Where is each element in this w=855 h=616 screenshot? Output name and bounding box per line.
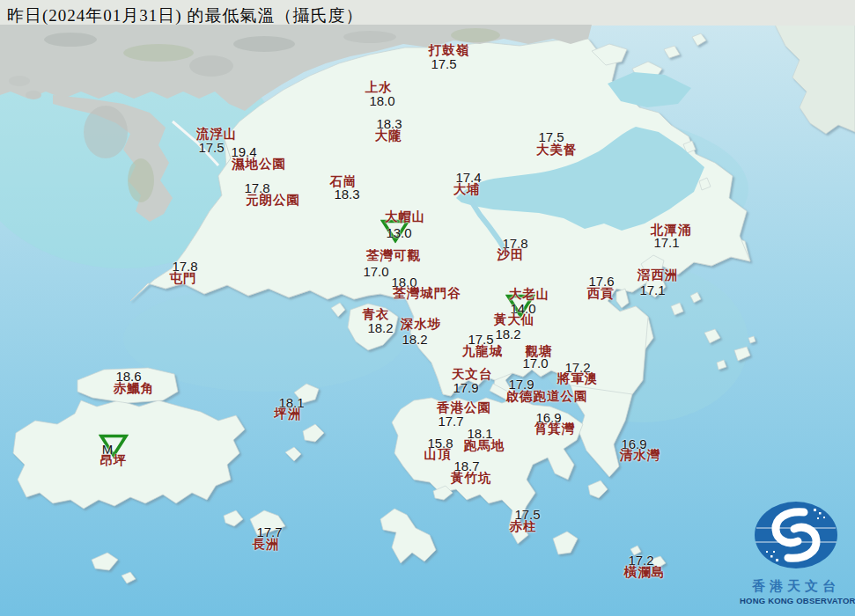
station-name-label: 黃竹坑 xyxy=(451,470,492,487)
station-value: 13.0 xyxy=(386,225,411,240)
station-name-label: 大美督 xyxy=(536,142,578,158)
station-name-label: 大帽山 xyxy=(385,209,426,225)
hko-logo-english: HONG KONG OBSERVATORY xyxy=(740,596,852,605)
station-name-label: 橫瀾島 xyxy=(624,564,666,581)
station-name-label: 觀塘 xyxy=(526,343,553,360)
hong-kong-basemap xyxy=(0,0,855,616)
station-name-label: 青衣 xyxy=(363,306,390,323)
station-name-label: 深水埗 xyxy=(401,316,442,333)
station-name-label: 跑馬地 xyxy=(464,437,505,454)
station-name-label: 北潭涌 xyxy=(651,222,692,238)
station-name-label: 昂坪 xyxy=(100,452,128,469)
station-name-label: 西貢 xyxy=(587,285,615,302)
station-name-label: 大隴 xyxy=(375,128,402,144)
hko-logo-emblem xyxy=(740,500,852,574)
station-name-label: 香港公園 xyxy=(437,400,491,416)
map-title: 昨日(2024年01月31日) 的最低氣溫（攝氏度） xyxy=(7,4,363,27)
hko-logo: 香港天文台 HONG KONG OBSERVATORY xyxy=(740,500,852,605)
station-name-label: 滘西洲 xyxy=(638,267,679,283)
station-name-label: 黃大仙 xyxy=(494,312,535,328)
station-name-label: 九龍城 xyxy=(462,343,504,360)
station-name-label: 沙田 xyxy=(498,246,525,263)
station-name-label: 天文台 xyxy=(452,366,493,383)
station-name-label: 荃灣可觀 xyxy=(366,247,421,264)
station-name-label: 赤柱 xyxy=(510,518,537,535)
station-name-label: 赤鱲角 xyxy=(114,380,155,397)
station-name-label: 啟德跑道公園 xyxy=(506,388,588,405)
station-name-label: 山頂 xyxy=(424,446,452,463)
station-name-label: 荃灣城門谷 xyxy=(393,285,461,302)
station-name-label: 大埔 xyxy=(453,181,481,198)
station-name-label: 屯門 xyxy=(170,270,197,287)
station-name-label: 元朗公園 xyxy=(246,192,300,209)
hko-logo-chinese: 香港天文台 xyxy=(740,578,852,595)
station-name-label: 流浮山 xyxy=(196,126,238,143)
station-value: 18.2 xyxy=(402,332,427,347)
station-name-label: 上水 xyxy=(365,79,393,96)
station-name-label: 坪洲 xyxy=(275,406,302,422)
station-value: 17.0 xyxy=(363,264,388,279)
station-value: 17.1 xyxy=(639,282,665,297)
station-name-label: 清水灣 xyxy=(620,447,661,464)
station-name-label: 濕地公園 xyxy=(232,156,286,172)
min-temperature-map: 昨日(2024年01月31日) 的最低氣溫（攝氏度） 17.5打鼓嶺18.0上水… xyxy=(0,0,855,616)
station-name-label: 長洲 xyxy=(253,536,280,553)
station-name-label: 石崗 xyxy=(330,173,357,190)
station-name-label: 筲箕灣 xyxy=(534,421,576,437)
station-name-label: 將軍澳 xyxy=(557,370,599,387)
station-value: 18.2 xyxy=(495,326,520,341)
station-name-label: 大老山 xyxy=(509,286,550,303)
station-name-label: 打鼓嶺 xyxy=(429,42,470,59)
